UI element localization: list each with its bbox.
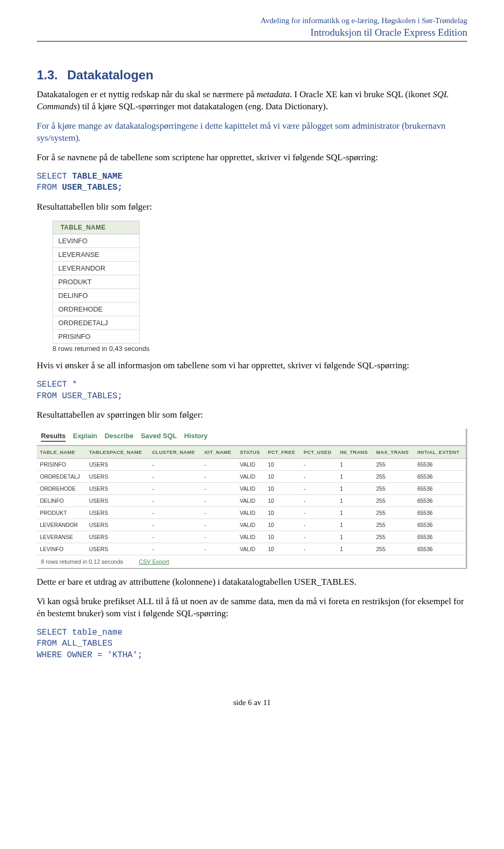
- tab-describe[interactable]: Describe: [104, 432, 133, 442]
- result-screenshot-2: ResultsExplainDescribeSaved SQLHistory T…: [37, 429, 467, 569]
- column-header: PCT_FREE: [265, 446, 300, 459]
- table-cell: VALID: [237, 471, 265, 483]
- section-title-text: Datakatalogen: [67, 68, 153, 82]
- table-cell: 255: [373, 471, 414, 483]
- table-cell: -: [300, 495, 337, 507]
- column-header: MAX_TRANS: [373, 446, 414, 459]
- table-cell: -: [149, 507, 202, 519]
- table-cell: -: [149, 519, 202, 531]
- table-cell: 65536: [414, 519, 466, 531]
- sql-code-2: SELECT * FROM USER_TABLES;: [37, 379, 467, 402]
- table-cell: 10: [265, 543, 300, 555]
- table-cell: -: [201, 495, 236, 507]
- table-cell: -: [300, 507, 337, 519]
- table-cell: ORDREHODE: [37, 483, 86, 495]
- table-cell: 1: [337, 507, 373, 519]
- table-cell: LEVERANDOR: [37, 519, 86, 531]
- column-header: INI_TRANS: [337, 446, 373, 459]
- table-row: DELINFOUSERS--VALID10-125565536: [37, 495, 466, 507]
- table-cell: -: [300, 459, 337, 471]
- csv-export-link[interactable]: CSV Export: [139, 558, 169, 565]
- table-row: LEVERANSEUSERS--VALID10-125565536: [37, 531, 466, 543]
- table-cell: 1: [337, 531, 373, 543]
- table-cell: VALID: [237, 495, 265, 507]
- table-row: LEVERANDORUSERS--VALID10-125565536: [37, 519, 466, 531]
- table-cell: USERS: [86, 543, 149, 555]
- table-cell: -: [201, 483, 236, 495]
- column-header: IOT_NAME: [201, 446, 236, 459]
- tab-explain[interactable]: Explain: [73, 432, 97, 442]
- table-cell: 10: [265, 483, 300, 495]
- table-cell: 10: [265, 495, 300, 507]
- table-cell: USERS: [86, 507, 149, 519]
- table-cell: -: [201, 471, 236, 483]
- tab-history[interactable]: History: [184, 432, 208, 442]
- table-cell: PRODUKT: [37, 507, 86, 519]
- table-cell: 1: [337, 495, 373, 507]
- table-cell: ORDREHODE: [53, 303, 140, 316]
- table-cell: DELINFO: [37, 495, 86, 507]
- table-cell: VALID: [237, 519, 265, 531]
- paragraph-excerpt-note: Dette er bare et utdrag av attributtene …: [37, 576, 467, 588]
- table-cell: VALID: [237, 543, 265, 555]
- table-cell: VALID: [237, 459, 265, 471]
- table-cell: USERS: [86, 519, 149, 531]
- table-row: PRISINFOUSERS--VALID10-125565536: [37, 459, 466, 471]
- table-row: ORDREDETALJUSERS--VALID10-125565536: [37, 471, 466, 483]
- table-row: PRODUKTUSERS--VALID10-125565536: [37, 507, 466, 519]
- table-cell: -: [149, 483, 202, 495]
- table-cell: VALID: [237, 483, 265, 495]
- table-cell: USERS: [86, 531, 149, 543]
- table-cell: 1: [337, 483, 373, 495]
- table-cell: -: [149, 543, 202, 555]
- table-cell: 1: [337, 543, 373, 555]
- table-cell: LEVERANDOR: [53, 262, 140, 275]
- table-cell: 10: [265, 471, 300, 483]
- column-header: PCT_USED: [300, 446, 337, 459]
- table-cell: -: [149, 471, 202, 483]
- column-header: INITIAL_EXTENT: [414, 446, 466, 459]
- table-cell: -: [201, 531, 236, 543]
- table-cell: 65536: [414, 495, 466, 507]
- table-cell: PRISINFO: [37, 459, 86, 471]
- table-cell: -: [149, 531, 202, 543]
- column-header: STATUS: [237, 446, 265, 459]
- tab-saved-sql[interactable]: Saved SQL: [141, 432, 177, 442]
- table-cell: LEVINFO: [53, 234, 140, 248]
- result-table-1-header: TABLE_NAME: [53, 221, 140, 234]
- table-cell: PRISINFO: [53, 330, 140, 344]
- paragraph-intro: Datakatalogen er et nyttig redskap når d…: [37, 89, 467, 113]
- table-cell: 10: [265, 531, 300, 543]
- wide-rows-info: 8 rows returned in 0,12 seconds: [41, 558, 123, 565]
- table-cell: USERS: [86, 483, 149, 495]
- table-cell: -: [149, 495, 202, 507]
- paragraph-result-intro: Resultattabellen blir som følger:: [37, 201, 467, 213]
- tab-results[interactable]: Results: [41, 432, 66, 442]
- table-cell: 255: [373, 495, 414, 507]
- result-tabs: ResultsExplainDescribeSaved SQLHistory: [37, 429, 466, 446]
- table-cell: -: [201, 543, 236, 555]
- table-cell: ORDREDETALJ: [53, 316, 140, 330]
- table-cell: PRODUKT: [53, 275, 140, 289]
- paragraph-query-intro: For å se navnene på de tabellene som scr…: [37, 152, 467, 164]
- table-cell: 65536: [414, 471, 466, 483]
- table-cell: -: [149, 459, 202, 471]
- header-title: Introduksjon til Oracle Express Edition: [37, 26, 467, 39]
- table-cell: 10: [265, 519, 300, 531]
- table-cell: LEVERANSE: [53, 248, 140, 262]
- table-cell: 1: [337, 519, 373, 531]
- column-header: TABLE_NAME: [37, 446, 86, 459]
- table-cell: USERS: [86, 495, 149, 507]
- table-cell: -: [300, 471, 337, 483]
- table-cell: -: [300, 531, 337, 543]
- result-table-1: TABLE_NAME LEVINFOLEVERANSELEVERANDORPRO…: [52, 221, 140, 344]
- page-number: side 6 av 11: [37, 698, 467, 707]
- table-cell: DELINFO: [53, 289, 140, 303]
- result-table-1-footer: 8 rows returned in 0,43 seconds: [52, 345, 467, 353]
- table-cell: -: [201, 459, 236, 471]
- paragraph-all-info: Hvis vi ønsker å se all informasjon om t…: [37, 360, 467, 372]
- table-cell: VALID: [237, 507, 265, 519]
- section-heading: 1.3.Datakatalogen: [37, 68, 467, 82]
- table-cell: 255: [373, 459, 414, 471]
- table-row: LEVINFOUSERS--VALID10-125565536: [37, 543, 466, 555]
